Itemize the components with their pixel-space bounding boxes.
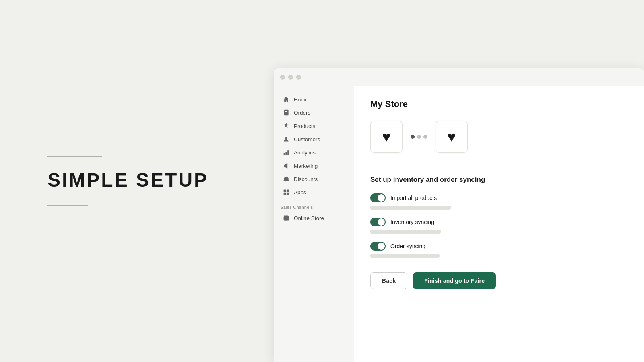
svg-point-3 xyxy=(285,137,287,140)
sidebar-label-customers: Customers xyxy=(294,136,320,142)
sidebar-label-discounts: Discounts xyxy=(294,176,318,182)
toggle-label-row-inventory: Inventory syncing xyxy=(370,218,628,226)
sidebar-label-apps: Apps xyxy=(294,189,306,195)
toggle-row-order: Order syncing xyxy=(370,242,628,258)
divider-top xyxy=(47,156,102,157)
sidebar-item-online-store[interactable]: Online Store xyxy=(276,212,351,224)
discounts-icon xyxy=(283,175,290,183)
marketing-icon xyxy=(283,162,290,169)
sidebar-label-home: Home xyxy=(294,97,308,103)
heart-icon-right: ♥ xyxy=(447,128,456,145)
svg-rect-5 xyxy=(285,152,287,155)
sidebar-item-products[interactable]: Products xyxy=(276,119,351,132)
sidebar-item-orders[interactable]: Orders xyxy=(276,106,351,119)
svg-rect-12 xyxy=(285,218,287,221)
toggle-row-inventory: Inventory syncing xyxy=(370,218,628,234)
home-icon xyxy=(283,96,290,103)
sidebar-item-marketing[interactable]: Marketing xyxy=(276,159,351,172)
svg-rect-9 xyxy=(284,193,286,195)
logo-area: ♥ ♥ xyxy=(370,121,628,153)
sidebar-label-orders: Orders xyxy=(294,110,310,116)
toggle-label-order: Order syncing xyxy=(390,243,425,249)
orders-icon xyxy=(283,109,290,116)
toggle-desc-import xyxy=(370,206,451,210)
svg-rect-7 xyxy=(284,190,286,192)
sidebar-item-home[interactable]: Home xyxy=(276,93,351,106)
back-button[interactable]: Back xyxy=(370,272,407,289)
toggle-inventory-sync[interactable] xyxy=(370,218,386,226)
toggle-order-sync[interactable] xyxy=(370,242,386,251)
svg-rect-8 xyxy=(287,190,289,192)
window-body: Home Orders Products Customers xyxy=(274,86,644,362)
customers-icon xyxy=(283,136,290,143)
brand-title: SIMPLE SETUP xyxy=(47,170,274,191)
svg-rect-0 xyxy=(284,110,288,115)
store-title: My Store xyxy=(370,99,628,109)
toggle-label-inventory: Inventory syncing xyxy=(390,219,434,225)
toggle-desc-inventory xyxy=(370,230,441,234)
toggle-label-row-order: Order syncing xyxy=(370,242,628,251)
sidebar-label-analytics: Analytics xyxy=(294,150,316,156)
sidebar: Home Orders Products Customers xyxy=(274,86,354,362)
logo-connector-dots xyxy=(402,135,436,139)
left-panel: SIMPLE SETUP xyxy=(0,0,274,362)
svg-rect-10 xyxy=(287,193,289,195)
sidebar-label-online-store: Online Store xyxy=(294,215,324,221)
button-row: Back Finish and go to Faire xyxy=(370,272,628,289)
logo-card-left: ♥ xyxy=(370,121,402,153)
analytics-icon xyxy=(283,149,290,156)
sidebar-label-marketing: Marketing xyxy=(294,163,318,169)
toggle-desc-order xyxy=(370,254,440,258)
finish-button[interactable]: Finish and go to Faire xyxy=(413,272,496,289)
sidebar-item-customers[interactable]: Customers xyxy=(276,133,351,146)
toggle-import-products[interactable] xyxy=(370,193,386,202)
sidebar-label-products: Products xyxy=(294,123,315,129)
sales-channels-label: Sales Channels xyxy=(274,199,354,211)
window-dot-1 xyxy=(280,75,285,80)
products-icon xyxy=(283,122,290,130)
apps-icon xyxy=(283,189,290,196)
sidebar-item-discounts[interactable]: Discounts xyxy=(276,173,351,185)
store-icon xyxy=(283,214,290,222)
toggle-label-row-import: Import all products xyxy=(370,193,628,202)
toggle-label-import: Import all products xyxy=(390,195,437,201)
svg-rect-6 xyxy=(287,150,289,155)
divider-bottom xyxy=(47,205,88,206)
toggle-row-import: Import all products xyxy=(370,193,628,210)
window-dot-2 xyxy=(288,75,293,80)
sidebar-item-apps[interactable]: Apps xyxy=(276,186,351,199)
heart-icon-left: ♥ xyxy=(382,128,390,145)
connector-dot-1 xyxy=(411,135,415,139)
svg-rect-4 xyxy=(284,153,285,155)
window-dot-3 xyxy=(296,75,301,80)
sync-section-title: Set up inventory and order syncing xyxy=(370,176,628,184)
section-divider xyxy=(370,166,628,166)
sidebar-item-analytics[interactable]: Analytics xyxy=(276,146,351,159)
window-topbar xyxy=(274,68,644,86)
connector-dot-2 xyxy=(417,135,421,139)
connector-dot-3 xyxy=(423,135,427,139)
main-content: My Store ♥ ♥ Set up inventory and order … xyxy=(354,86,644,362)
right-panel: Home Orders Products Customers xyxy=(274,68,644,362)
logo-card-right: ♥ xyxy=(436,121,468,153)
